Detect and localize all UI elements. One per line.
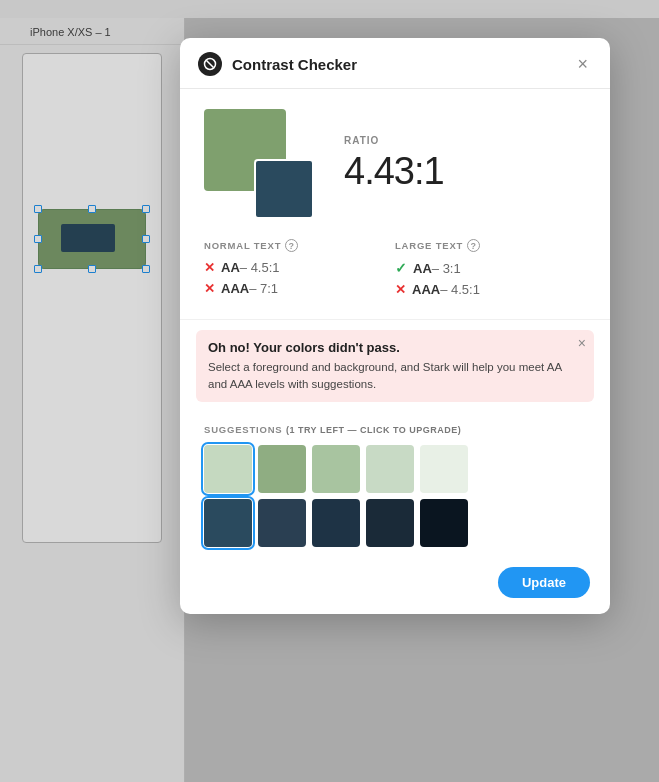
fg-swatch-2[interactable]	[312, 499, 360, 547]
bg-swatch-1[interactable]	[258, 445, 306, 493]
normal-text-heading: NORMAL TEXT ?	[204, 239, 395, 252]
modal-footer: Update	[180, 567, 610, 614]
fg-swatches-row	[204, 499, 586, 547]
svg-line-1	[207, 61, 214, 68]
fg-swatch-4[interactable]	[420, 499, 468, 547]
large-aa-pass-icon: ✓	[395, 260, 407, 276]
large-aa-row: ✓ AA– 3:1	[395, 260, 586, 276]
large-text-help-icon[interactable]: ?	[467, 239, 480, 252]
normal-aa-fail-icon: ✕	[204, 260, 215, 275]
warning-banner: × Oh no! Your colors didn't pass. Select…	[196, 330, 594, 402]
large-aaa-text: AAA– 4.5:1	[412, 282, 480, 297]
bg-swatch-4[interactable]	[420, 445, 468, 493]
color-preview-section: RATIO 4.43:1	[180, 89, 610, 235]
warning-title: Oh no! Your colors didn't pass.	[208, 340, 582, 355]
checks-section: NORMAL TEXT ? ✕ AA– 4.5:1 ✕ AAA– 7:1	[180, 235, 610, 320]
suggestions-section: SUGGESTIONS (1 TRY LEFT — CLICK TO UPGRA…	[180, 412, 610, 567]
normal-aaa-text: AAA– 7:1	[221, 281, 278, 296]
large-aa-text: AA– 3:1	[413, 261, 461, 276]
fg-swatch-0[interactable]	[204, 499, 252, 547]
large-text-heading: LARGE TEXT ?	[395, 239, 586, 252]
suggestions-grid	[204, 445, 586, 547]
foreground-swatch[interactable]	[254, 159, 314, 219]
modal-title-group: Contrast Checker	[198, 52, 357, 76]
normal-aa-text: AA– 4.5:1	[221, 260, 280, 275]
bg-swatch-2[interactable]	[312, 445, 360, 493]
warning-close-button[interactable]: ×	[578, 336, 586, 350]
warning-description: Select a foreground and background, and …	[208, 359, 582, 392]
normal-aaa-row: ✕ AAA– 7:1	[204, 281, 395, 296]
suggestions-upgrade-link[interactable]: (1 TRY LEFT — CLICK TO UPGRADE)	[286, 425, 461, 435]
ratio-value: 4.43:1	[344, 150, 586, 193]
large-text-col: LARGE TEXT ? ✓ AA– 3:1 ✕ AAA– 4.5:1	[395, 239, 586, 303]
bg-swatch-3[interactable]	[366, 445, 414, 493]
ratio-label: RATIO	[344, 135, 586, 146]
stark-icon	[198, 52, 222, 76]
normal-aaa-fail-icon: ✕	[204, 281, 215, 296]
large-aaa-fail-icon: ✕	[395, 282, 406, 297]
bg-swatch-0[interactable]	[204, 445, 252, 493]
modal-header: Contrast Checker ×	[180, 38, 610, 89]
contrast-checker-modal: Contrast Checker × RATIO 4.43:1 NORMAL T…	[180, 38, 610, 614]
large-aaa-row: ✕ AAA– 4.5:1	[395, 282, 586, 297]
modal-overlay: Contrast Checker × RATIO 4.43:1 NORMAL T…	[0, 18, 659, 782]
normal-text-help-icon[interactable]: ?	[285, 239, 298, 252]
normal-aa-row: ✕ AA– 4.5:1	[204, 260, 395, 275]
fg-swatch-1[interactable]	[258, 499, 306, 547]
suggestions-header: SUGGESTIONS (1 TRY LEFT — CLICK TO UPGRA…	[204, 424, 586, 435]
normal-text-col: NORMAL TEXT ? ✕ AA– 4.5:1 ✕ AAA– 7:1	[204, 239, 395, 303]
fg-swatch-3[interactable]	[366, 499, 414, 547]
ratio-section: RATIO 4.43:1	[344, 135, 586, 193]
bg-swatches-row	[204, 445, 586, 493]
color-swatches	[204, 109, 314, 219]
update-button[interactable]: Update	[498, 567, 590, 598]
close-button[interactable]: ×	[573, 53, 592, 75]
modal-title: Contrast Checker	[232, 56, 357, 73]
